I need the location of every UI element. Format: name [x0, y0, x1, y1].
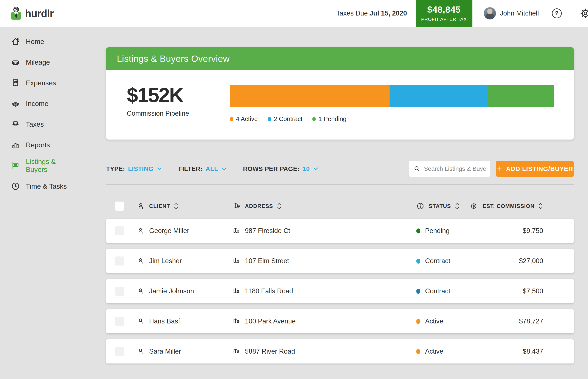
hurdlr-mascot-icon	[10, 6, 23, 20]
sidebar-item-label: Listings & Buyers	[26, 158, 78, 174]
status-filter-value: ALL	[206, 165, 218, 173]
status-label: Active	[425, 347, 443, 355]
select-all-checkbox[interactable]	[115, 202, 124, 211]
taxes-due: Taxes DueJul 15, 2020	[336, 9, 407, 17]
rows-per-page-filter[interactable]: ROWS PER PAGE: 10	[243, 165, 319, 173]
user-menu[interactable]: John Mitchell	[484, 7, 539, 20]
sidebar-item-label: Mileage	[26, 58, 50, 66]
column-header-address[interactable]: ADDRESS	[232, 202, 282, 210]
address: 1180 Falls Road	[245, 287, 293, 295]
pipeline-amount: $152K	[127, 85, 230, 105]
row-checkbox[interactable]	[115, 347, 124, 356]
sidebar-item-taxes[interactable]: Taxes	[0, 114, 78, 135]
car-icon	[11, 58, 20, 67]
sidebar-item-mileage[interactable]: Mileage	[0, 52, 78, 73]
table-row[interactable]: George Miller 987 Fireside Ct Pending $9…	[106, 219, 574, 243]
legend-dot	[268, 117, 271, 121]
column-label-commission: EST. COMMISSION	[482, 203, 535, 209]
client-name: Sara Miller	[149, 347, 181, 355]
overview-card-body: $152K Commission Pipeline 4 Active2 Cont…	[106, 70, 574, 140]
column-header-client[interactable]: CLIENT	[137, 202, 179, 210]
commission-amount: $8,437	[523, 347, 543, 355]
column-header-status[interactable]: STATUS	[416, 202, 460, 210]
overview-title: Listings & Buyers Overview	[117, 54, 230, 64]
profit-after-tax-box[interactable]: $48,845 PROFIT AFTER TAX	[416, 0, 472, 27]
home-icon	[11, 37, 20, 46]
legend-item-pending: 1 Pending	[312, 115, 347, 123]
sign-icon	[11, 161, 20, 170]
table-toolbar: TYPE: LISTING FILTER: ALL ROWS PER PAGE:…	[106, 161, 574, 177]
legend-label: 1 Pending	[318, 115, 347, 123]
help-button[interactable]: ?	[552, 8, 562, 18]
column-label-address: ADDRESS	[245, 203, 273, 209]
map-pin-icon	[232, 347, 240, 355]
type-filter[interactable]: TYPE: LISTING	[106, 165, 163, 173]
status-filter[interactable]: FILTER: ALL	[179, 165, 227, 173]
commission-amount: $27,000	[519, 257, 543, 265]
profit-amount: $48,845	[427, 4, 461, 15]
legend-dot	[230, 117, 233, 121]
sidebar-item-label: Reports	[26, 141, 50, 149]
taxes-due-date: Jul 15, 2020	[370, 9, 407, 17]
sidebar-item-listings-buyers[interactable]: Listings & Buyers	[0, 155, 78, 176]
table-body: George Miller 987 Fireside Ct Pending $9…	[106, 219, 574, 363]
brand-name: hurdlr	[25, 8, 54, 19]
table-row[interactable]: Sara Miller 5887 River Road Active $8,43…	[106, 339, 574, 363]
status-dot	[416, 259, 420, 264]
main-content: Listings & Buyers Overview $152K Commiss…	[78, 27, 588, 379]
sort-icon[interactable]	[538, 202, 543, 210]
client-name: Hans Basf	[149, 317, 180, 325]
legend-label: 4 Active	[236, 115, 258, 123]
row-checkbox[interactable]	[115, 256, 124, 266]
commission-amount: $9,750	[523, 227, 543, 235]
row-checkbox[interactable]	[115, 317, 124, 326]
pipeline-legend: 4 Active2 Contract1 Pending	[230, 115, 554, 123]
topbar-right: Taxes DueJul 15, 2020 $48,845 PROFIT AFT…	[336, 0, 588, 27]
pipeline-label: Commission Pipeline	[127, 110, 230, 117]
person-icon	[137, 257, 144, 265]
pipeline-stacked-bar	[230, 85, 554, 107]
row-checkbox[interactable]	[115, 226, 124, 235]
table-row[interactable]: Jamie Johnson 1180 Falls Road Contract $…	[106, 279, 574, 303]
search-input[interactable]	[424, 165, 485, 172]
status-label: Contract	[425, 257, 450, 265]
add-listing-buyer-label: ADD LISTING/BUYER	[506, 165, 573, 173]
chart-icon	[11, 140, 20, 150]
rows-per-page-label: ROWS PER PAGE:	[243, 165, 300, 173]
column-header-commission[interactable]: EST. COMMISSION	[470, 202, 543, 210]
address: 107 Elm Street	[245, 257, 289, 265]
sidebar-item-time-tasks[interactable]: Time & Tasks	[0, 176, 78, 197]
chevron-down-icon	[313, 167, 319, 171]
info-icon	[416, 202, 424, 210]
legend-item-contract: 2 Contract	[268, 115, 303, 123]
add-listing-buyer-button[interactable]: + ADD LISTING/BUYER	[496, 161, 574, 177]
row-checkbox[interactable]	[115, 287, 124, 296]
user-name: John Mitchell	[500, 9, 539, 17]
sort-icon[interactable]	[277, 202, 282, 210]
taxes-due-label: Taxes Due	[336, 9, 368, 17]
address: 5887 River Road	[245, 347, 295, 355]
person-icon	[137, 227, 144, 235]
avatar	[484, 7, 496, 20]
sidebar-item-income[interactable]: Income	[0, 93, 78, 114]
app-window: hurdlr Taxes DueJul 15, 2020 $48,845 PRO…	[0, 0, 588, 379]
sidebar-item-reports[interactable]: Reports	[0, 135, 78, 155]
brand-logo[interactable]: hurdlr	[0, 0, 78, 27]
settings-gear-icon[interactable]	[580, 8, 588, 18]
address: 100 Park Avenue	[245, 317, 296, 325]
table-row[interactable]: Hans Basf 100 Park Avenue Active $78,727	[106, 309, 574, 333]
table-row[interactable]: Jim Lesher 107 Elm Street Contract $27,0…	[106, 249, 574, 273]
sidebar-item-label: Income	[26, 100, 48, 108]
sort-icon[interactable]	[173, 202, 179, 210]
profit-label: PROFIT AFTER TAX	[421, 16, 467, 22]
map-pin-icon	[232, 227, 240, 235]
sidebar-nav: Home Mileage Expenses Income Taxes Repor…	[0, 31, 78, 197]
person-icon	[137, 347, 144, 355]
sidebar-item-expenses[interactable]: Expenses	[0, 73, 78, 93]
type-filter-label: TYPE:	[106, 165, 125, 173]
table-header: CLIENT ADDRESS STATUS	[106, 199, 574, 213]
overview-card-header: Listings & Buyers Overview	[106, 47, 574, 70]
person-icon	[137, 317, 144, 325]
sort-icon[interactable]	[454, 202, 460, 210]
sidebar-item-home[interactable]: Home	[0, 31, 78, 52]
